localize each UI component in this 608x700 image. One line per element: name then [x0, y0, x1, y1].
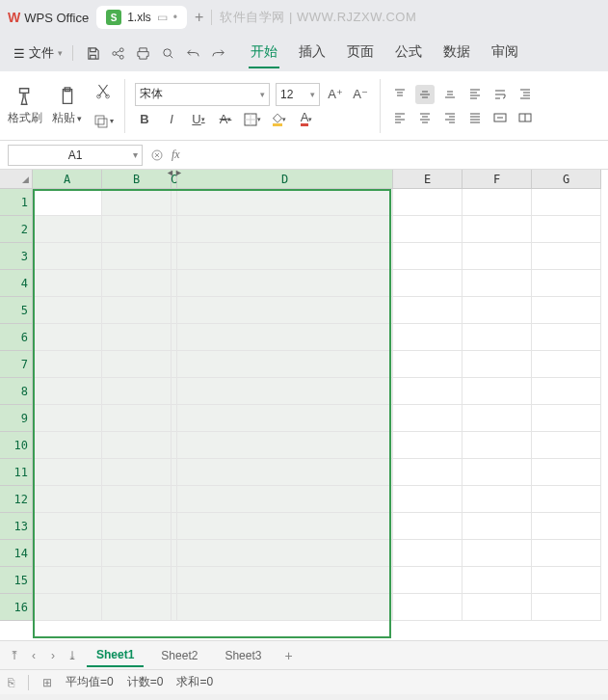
justify-icon[interactable] — [465, 108, 485, 127]
align-middle-icon[interactable] — [415, 85, 435, 104]
tab-menu-icon[interactable]: ▭ — [157, 11, 168, 24]
cell[interactable] — [102, 540, 172, 567]
cell[interactable] — [102, 189, 172, 216]
merge-center-icon[interactable] — [515, 108, 535, 127]
prev-sheet-button[interactable]: ‹ — [27, 649, 40, 662]
cell[interactable] — [33, 243, 102, 270]
merge-icon[interactable] — [490, 108, 510, 127]
italic-button[interactable]: I — [162, 110, 181, 129]
cell[interactable] — [393, 513, 463, 540]
row-header-8[interactable]: 8 — [0, 378, 33, 405]
orientation-icon[interactable] — [465, 85, 485, 104]
file-menu[interactable]: ☰ 文件 ▾ — [8, 40, 68, 66]
cell[interactable] — [393, 405, 463, 432]
column-resize-handle[interactable]: ◄► — [166, 170, 183, 177]
align-center-icon[interactable] — [415, 108, 435, 127]
cell[interactable] — [177, 432, 393, 459]
sheet-tab-3[interactable]: Sheet3 — [215, 645, 271, 666]
cell[interactable] — [532, 513, 601, 540]
cell[interactable] — [33, 189, 102, 216]
increase-font-icon[interactable]: A⁺ — [326, 85, 345, 104]
cell[interactable] — [102, 594, 172, 621]
sheet-tab-1[interactable]: Sheet1 — [87, 644, 144, 667]
print-preview-icon[interactable] — [160, 45, 175, 61]
cell[interactable] — [102, 567, 172, 594]
cell[interactable] — [393, 270, 463, 297]
cell[interactable] — [393, 216, 463, 243]
print-icon[interactable] — [135, 45, 150, 61]
cell[interactable] — [463, 486, 532, 513]
paste[interactable]: 粘贴▾ — [52, 85, 82, 126]
align-top-icon[interactable] — [390, 85, 410, 104]
row-header-9[interactable]: 9 — [0, 405, 33, 432]
sheet-tab-2[interactable]: Sheet2 — [151, 645, 207, 666]
row-header-4[interactable]: 4 — [0, 270, 33, 297]
cell[interactable] — [177, 459, 393, 486]
tab-formula[interactable]: 公式 — [393, 38, 424, 68]
fill-color-button[interactable]: ◇▾ — [270, 110, 289, 129]
cell[interactable] — [177, 513, 393, 540]
cell[interactable] — [177, 486, 393, 513]
decrease-font-icon[interactable]: A⁻ — [351, 85, 370, 104]
cell[interactable] — [463, 351, 532, 378]
status-layout-icon[interactable]: ⊞ — [42, 676, 52, 689]
font-color-button[interactable]: A▾ — [297, 110, 316, 129]
tab-review[interactable]: 审阅 — [489, 38, 520, 68]
cell[interactable] — [393, 567, 463, 594]
cell[interactable] — [177, 351, 393, 378]
cell[interactable] — [532, 378, 601, 405]
cell[interactable] — [177, 243, 393, 270]
row-header-1[interactable]: 1 — [0, 189, 33, 216]
cell[interactable] — [177, 189, 393, 216]
cell[interactable] — [177, 594, 393, 621]
document-tab[interactable]: S 1.xls ▭ • — [96, 6, 187, 29]
cell[interactable] — [33, 459, 102, 486]
font-family-select[interactable]: 宋体▾ — [135, 83, 270, 106]
cell[interactable] — [33, 270, 102, 297]
cell[interactable] — [463, 459, 532, 486]
next-sheet-button[interactable]: › — [46, 649, 60, 662]
cell[interactable] — [532, 405, 601, 432]
cell[interactable] — [102, 459, 172, 486]
cell[interactable] — [102, 216, 172, 243]
select-all-corner[interactable]: ◢ — [0, 170, 33, 189]
cell[interactable] — [33, 324, 102, 351]
cell[interactable] — [102, 324, 172, 351]
cut-icon[interactable] — [92, 79, 115, 102]
cell[interactable] — [177, 324, 393, 351]
cell[interactable] — [532, 459, 601, 486]
border-button[interactable]: ▾ — [243, 110, 262, 129]
strikethrough-button[interactable]: A▾ — [216, 110, 235, 129]
cell[interactable] — [532, 189, 601, 216]
cells-area[interactable] — [33, 189, 601, 621]
cell[interactable] — [532, 567, 601, 594]
cell[interactable] — [463, 270, 532, 297]
cell[interactable] — [393, 351, 463, 378]
cell[interactable] — [532, 270, 601, 297]
cell[interactable] — [532, 324, 601, 351]
first-sheet-button[interactable]: ⤒ — [8, 649, 21, 662]
column-header-E[interactable]: E — [393, 170, 463, 189]
cell[interactable] — [463, 540, 532, 567]
fx-icon[interactable]: fx — [172, 148, 180, 162]
cell[interactable] — [102, 351, 172, 378]
tab-insert[interactable]: 插入 — [297, 38, 328, 68]
cell[interactable] — [33, 486, 102, 513]
cell[interactable] — [177, 378, 393, 405]
row-header-12[interactable]: 12 — [0, 486, 33, 513]
column-header-B[interactable]: B — [102, 170, 172, 189]
status-mode-icon[interactable]: ⎘ — [8, 676, 14, 689]
undo-icon[interactable] — [185, 45, 200, 61]
cell[interactable] — [393, 459, 463, 486]
cell[interactable] — [102, 486, 172, 513]
cell[interactable] — [532, 297, 601, 324]
cell[interactable] — [463, 378, 532, 405]
font-size-select[interactable]: 12▾ — [276, 83, 320, 106]
cell[interactable] — [102, 513, 172, 540]
cell[interactable] — [463, 594, 532, 621]
column-header-D[interactable]: D — [177, 170, 393, 189]
tab-dot-icon[interactable]: • — [173, 11, 177, 24]
cell[interactable] — [463, 324, 532, 351]
new-tab-button[interactable]: + — [195, 9, 203, 26]
row-header-15[interactable]: 15 — [0, 567, 33, 594]
